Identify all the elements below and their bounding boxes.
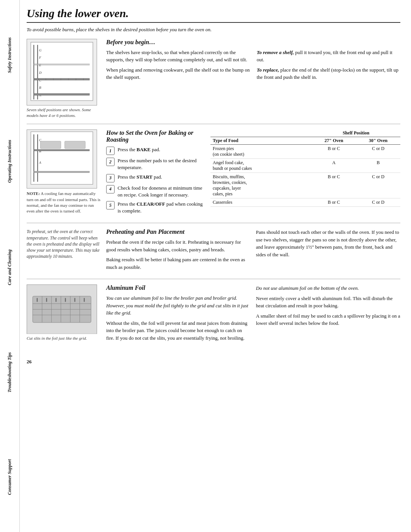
- step-5: 5 Press the CLEAR/OFF pad when cooking i…: [106, 201, 205, 214]
- food-col-header: Type of Food: [210, 137, 312, 145]
- baking-left: C B A NOTE: A cooling fan may automatica…: [27, 129, 101, 217]
- before-section: G F E D C B A: [27, 39, 400, 125]
- svg-rect-30: [65, 141, 85, 149]
- step-1-num: 1: [106, 147, 115, 155]
- alum-col1: Aluminum Foil You can use aluminum foil …: [106, 284, 251, 344]
- replace-label: To replace,: [257, 67, 279, 73]
- svg-rect-11: [34, 78, 89, 80]
- baking-steps: How to Set the Oven for Baking or Roasti…: [106, 129, 205, 217]
- oven27-header: 27" Oven: [312, 137, 356, 145]
- shelf-table-container: Shelf Position Type of Food 27" Oven 30"…: [210, 129, 400, 217]
- before-left: G F E D C B A: [27, 39, 101, 119]
- before-col1: The shelves have stop-locks, so that whe…: [106, 49, 250, 84]
- shelf-position-header: Shelf Position: [312, 129, 400, 137]
- table-row: CasserolesB or CC or D: [210, 198, 400, 207]
- clearoff-pad-label: CLEAR/OFF: [137, 201, 165, 207]
- step-4: 4 Check food for doneness at minimum tim…: [106, 185, 205, 198]
- oven30-cell: B: [356, 159, 400, 173]
- alum-col2: Do not use aluminum foil on the bottom o…: [256, 284, 401, 344]
- shelf-image-caption: Seven shelf positions are shown. Some mo…: [27, 107, 101, 119]
- type-of-food-header: [210, 129, 312, 137]
- oven30-cell: C or D: [356, 198, 400, 207]
- oven27-cell: B or C: [312, 145, 356, 159]
- alum-col1-p2: Without the slits, the foil will prevent…: [106, 320, 251, 342]
- step-1-text: Press the BAKE pad.: [118, 146, 205, 153]
- before-columns: The shelves have stop-locks, so that whe…: [106, 49, 400, 84]
- sidebar-item-safety: Safety Instructions: [6, 34, 13, 76]
- svg-rect-29: [40, 141, 61, 149]
- step-1: 1 Press the BAKE pad.: [106, 146, 205, 155]
- step-4-text: Check food for doneness at minimum time …: [118, 185, 205, 198]
- preheat-col1: Preheating and Pan Placement Preheat the…: [106, 228, 251, 273]
- oven30-cell: C or D: [356, 173, 400, 198]
- before-col1-p2: When placing and removing cookware, pull…: [106, 66, 250, 81]
- oven27-cell: A: [312, 159, 356, 173]
- sidebar-item-care: Care and Cleaning: [6, 246, 13, 288]
- alum-image: [27, 284, 97, 334]
- svg-text:G: G: [39, 48, 42, 52]
- remove-shelf-label: To remove a shelf,: [257, 50, 294, 55]
- food-cell: Biscuits, muffins, brownies, cookies, cu…: [210, 173, 312, 198]
- sidebar: Safety Instructions Operating Instructio…: [0, 0, 20, 532]
- baking-section: C B A NOTE: A cooling fan may automatica…: [27, 129, 400, 223]
- step-3-text: Press the START pad.: [118, 174, 205, 181]
- note-label: NOTE:: [27, 191, 40, 196]
- table-row: Angel food cake, bundt or pound cakesAB: [210, 159, 400, 173]
- sidebar-item-operating: Operating Instructions: [6, 137, 13, 186]
- before-section-inner: G F E D C B A: [27, 39, 400, 119]
- step-2-text: Press the number pads to set the desired…: [118, 157, 205, 171]
- preheat-col1-p2: Baking results will be better if baking …: [106, 256, 251, 271]
- svg-text:B: B: [39, 86, 41, 89]
- alum-col2-p1: Do not use aluminum foil on the bottom o…: [256, 284, 401, 292]
- alum-inner: Cut slits in the foil just like the grid…: [27, 284, 400, 344]
- before-col1-p1: The shelves have stop-locks, so that whe…: [106, 49, 250, 64]
- shelf-image: G F E D C B A: [27, 39, 97, 105]
- oven30-cell: C or D: [356, 145, 400, 159]
- intro-text: To avoid possible burns, place the shelv…: [27, 26, 400, 34]
- steps-list: 1 Press the BAKE pad. 2 Press the number…: [106, 146, 205, 214]
- svg-text:D: D: [39, 70, 42, 74]
- before-col2-p1: To remove a shelf, pull it toward you, t…: [257, 49, 401, 64]
- preheat-section: To preheat, set the oven at the correct …: [27, 228, 400, 279]
- alum-right: Aluminum Foil You can use aluminum foil …: [106, 284, 400, 344]
- svg-rect-28: [34, 150, 89, 151]
- table-row: Biscuits, muffins, brownies, cookies, cu…: [210, 173, 400, 198]
- svg-rect-19: [34, 93, 89, 95]
- preheat-side-note: To preheat, set the oven at the correct …: [27, 228, 101, 273]
- title-rule: [27, 22, 400, 23]
- alum-left: Cut slits in the foil just like the grid…: [27, 284, 101, 344]
- svg-text:F: F: [39, 56, 41, 59]
- alum-col1-p1: You can use aluminum foil to line the br…: [106, 294, 251, 317]
- baking-inner: C B A NOTE: A cooling fan may automatica…: [27, 129, 400, 217]
- preheat-inner: To preheat, set the oven at the correct …: [27, 228, 400, 273]
- alum-col2-p3: A smaller sheet of foil may be used to c…: [256, 312, 401, 327]
- food-cell: Frozen pies (on cookie sheet): [210, 145, 312, 159]
- oven30-header: 30" Oven: [356, 137, 400, 145]
- step-3-num: 3: [106, 174, 115, 182]
- before-col2-p2: To replace, place the end of the shelf (…: [257, 66, 401, 81]
- alum-image-caption: Cut slits in the foil just like the grid…: [27, 335, 101, 341]
- sidebar-item-troubleshooting: Troubleshooting Tips: [6, 349, 13, 395]
- start-pad-label: START: [137, 174, 153, 180]
- food-cell: Casseroles: [210, 198, 312, 207]
- before-heading: Before you begin…: [106, 39, 400, 46]
- alum-section: Cut slits in the foil just like the grid…: [27, 284, 400, 350]
- baking-image: C B A: [27, 129, 97, 189]
- bake-pad-label: BAKE: [137, 147, 151, 152]
- preheat-col1-p1: Preheat the oven if the recipe calls for…: [106, 238, 251, 253]
- step-5-num: 5: [106, 201, 115, 209]
- table-row: Frozen pies (on cookie sheet)B or CC or …: [210, 145, 400, 159]
- svg-rect-20: [34, 64, 89, 65]
- step-2: 2 Press the number pads to set the desir…: [106, 157, 205, 171]
- food-cell: Angel food cake, bundt or pound cakes: [210, 159, 312, 173]
- svg-rect-31: [34, 171, 89, 173]
- main-content: Using the lower oven. To avoid possible …: [20, 0, 411, 532]
- alum-heading: Aluminum Foil: [106, 284, 251, 291]
- step-2-num: 2: [106, 158, 115, 166]
- svg-text:A: A: [39, 161, 41, 165]
- preheat-col2: Pans should not touch each other or the …: [256, 228, 401, 273]
- step-4-num: 4: [106, 185, 115, 193]
- baking-note: NOTE: A cooling fan may automatically tu…: [27, 191, 101, 214]
- step-5-text: Press the CLEAR/OFF pad when cooking is …: [118, 201, 205, 214]
- oven27-cell: B or C: [312, 198, 356, 207]
